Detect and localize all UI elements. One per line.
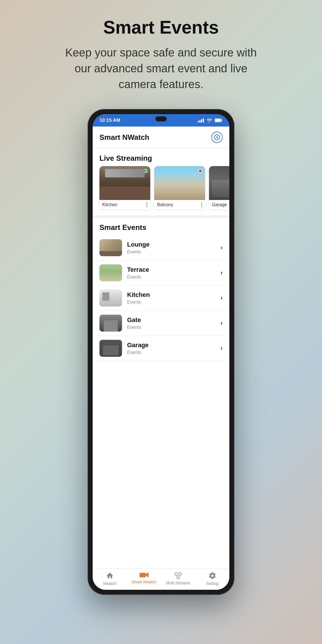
camera-menu-kitchen[interactable] [146,202,147,207]
svg-rect-1 [215,119,221,122]
bottom-nav: Nwatch Smart Nwatch Multi Streams [93,569,229,590]
section-divider [93,215,229,217]
smart-events-title: Smart Events [93,217,229,235]
event-item-gate[interactable]: Gate Events › [93,311,229,336]
camera-name-kitchen: Kitchen [102,202,117,207]
nav-label-nwatch: Nwatch [103,581,116,586]
nav-label-smart-nwatch: Smart Nwatch [132,580,156,584]
battery-icon [215,118,223,122]
svg-marker-5 [146,572,149,577]
event-sub-garage: Events [127,350,221,355]
event-info-terrace: Terrace Events [127,266,221,280]
camera-name-balcony: Balcony [157,202,173,207]
event-sub-kitchen: Events [127,300,221,305]
svg-rect-2 [221,119,222,121]
event-item-terrace[interactable]: Terrace Events › [93,260,229,286]
page-subtitle: Keep your space safe and secure with our… [62,45,260,92]
nav-item-nwatch[interactable]: Nwatch [93,572,127,586]
event-thumb-lounge [99,239,122,256]
camera-icon [140,572,149,578]
event-name-kitchen: Kitchen [127,291,221,299]
event-name-garage: Garage [127,341,221,349]
chevron-garage: › [221,345,223,352]
event-item-garage[interactable]: Garage Events › [93,336,229,361]
nav-label-multi-streams: Multi Streams [166,581,190,585]
camera-name-garage: Garage [212,202,227,207]
nav-item-smart-nwatch[interactable]: Smart Nwatch [127,572,161,586]
status-bar: 10:15 AM [93,114,229,127]
multi-streams-icon [174,572,182,579]
phone-screen: 10:15 AM [93,114,229,590]
event-thumb-terrace [99,264,122,281]
signal-bar-3 [201,119,202,123]
camera-footer-balcony: Balcony [154,200,205,210]
event-info-kitchen: Kitchen Events [127,291,221,305]
camera-card-balcony[interactable]: Balcony [154,166,205,210]
app-header: Smart NWatch [93,127,229,148]
app-content: Live Streaming Kitchen [93,148,229,569]
notch [155,116,167,121]
signal-bar-4 [203,118,204,123]
signal-icon [198,118,204,123]
svg-point-7 [179,573,182,575]
chevron-kitchen: › [221,294,223,302]
event-sub-gate: Events [127,325,221,330]
event-thumb-garage [99,340,122,357]
live-stream-row: Kitchen Balcony [93,166,229,215]
smart-events-section: Smart Events Lounge Events › Terrace Eve [93,217,229,569]
event-thumb-gate [99,315,122,332]
status-icons [198,118,223,123]
camera-thumb-balcony [154,166,205,200]
nav-item-multi-streams[interactable]: Multi Streams [161,572,195,586]
live-streaming-section: Live Streaming Kitchen [93,148,229,215]
nav-label-setting: Setting [206,581,219,586]
event-info-lounge: Lounge Events [127,241,221,254]
nav-item-setting[interactable]: Setting [195,572,229,586]
signal-bar-1 [198,121,199,123]
page-title: Smart Events [103,17,219,38]
svg-point-8 [177,576,180,579]
event-info-garage: Garage Events [127,341,221,355]
status-time: 10:15 AM [99,118,120,123]
camera-menu-balcony[interactable] [201,202,202,207]
home-icon [106,572,114,580]
event-name-lounge: Lounge [127,241,221,248]
camera-footer-kitchen: Kitchen [99,200,150,210]
signal-bar-2 [199,120,201,123]
phone-frame: 10:15 AM [88,109,234,595]
event-name-gate: Gate [127,316,221,324]
event-thumb-kitchen [99,290,122,306]
svg-rect-4 [140,573,146,577]
event-item-kitchen[interactable]: Kitchen Events › [93,286,229,311]
login-button[interactable] [211,132,223,143]
chevron-gate: › [221,319,223,327]
event-sub-lounge: Events [127,249,221,254]
status-dot-kitchen [143,169,147,173]
camera-card-garage[interactable]: Garage [209,166,229,210]
camera-thumb-garage [209,166,229,200]
svg-point-6 [175,573,178,575]
live-streaming-title: Live Streaming [93,148,229,166]
status-dot-balcony [198,169,202,173]
event-name-terrace: Terrace [127,266,221,273]
settings-icon [208,572,216,580]
chevron-terrace: › [221,269,223,277]
wifi-icon [206,118,212,123]
camera-footer-garage: Garage [209,200,229,210]
event-sub-terrace: Events [127,275,221,280]
event-info-gate: Gate Events [127,316,221,330]
chevron-lounge: › [221,244,223,251]
app-header-title: Smart NWatch [99,133,149,142]
camera-card-kitchen[interactable]: Kitchen [99,166,150,210]
event-item-lounge[interactable]: Lounge Events › [93,235,229,260]
camera-thumb-kitchen [99,166,150,200]
